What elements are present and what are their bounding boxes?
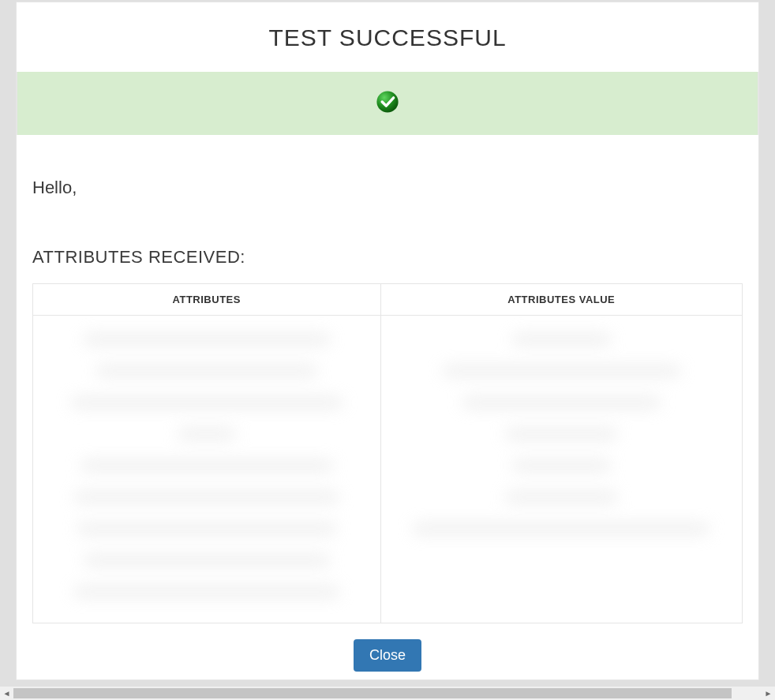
check-success-icon — [374, 88, 401, 118]
button-row: Close — [32, 623, 743, 672]
greeting-text: Hello, — [32, 178, 743, 198]
title-area: TEST SUCCESSFUL — [17, 2, 758, 72]
attributes-table: ATTRIBUTES ATTRIBUTES VALUE — [32, 283, 743, 623]
scroll-track[interactable] — [13, 687, 762, 700]
table-header-row: ATTRIBUTES ATTRIBUTES VALUE — [33, 284, 743, 316]
dialog-body: Hello, ATTRIBUTES RECEIVED: ATTRIBUTES A… — [17, 135, 758, 672]
horizontal-scrollbar[interactable]: ◄ ► — [0, 687, 775, 700]
scroll-right-arrow-icon[interactable]: ► — [762, 687, 775, 700]
svg-point-0 — [376, 91, 398, 112]
scroll-thumb[interactable] — [13, 688, 732, 698]
attributes-heading: ATTRIBUTES RECEIVED: — [32, 247, 743, 268]
dialog-title: TEST SUCCESSFUL — [17, 24, 758, 51]
attributes-value-cell-redacted — [380, 316, 743, 623]
column-header-attributes-value: ATTRIBUTES VALUE — [380, 284, 743, 316]
attributes-cell-redacted — [33, 316, 381, 623]
success-status-bar — [17, 72, 758, 135]
scroll-left-arrow-icon[interactable]: ◄ — [0, 687, 13, 700]
close-button[interactable]: Close — [354, 639, 421, 672]
test-result-panel: TEST SUCCESSFUL Hello, ATTRIBUTES RECEIV… — [16, 2, 759, 680]
table-row — [33, 316, 743, 623]
column-header-attributes: ATTRIBUTES — [33, 284, 381, 316]
